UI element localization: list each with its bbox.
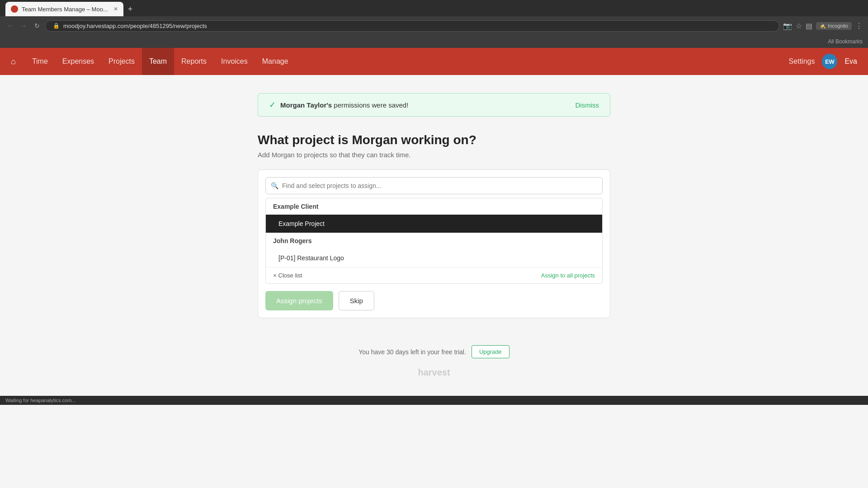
success-name: Morgan Taylor's	[280, 101, 332, 109]
tab-close-button[interactable]: ✕	[113, 6, 118, 12]
sidebar-icon[interactable]: ▤	[806, 22, 812, 30]
nav-right: Settings EW Eva	[789, 54, 857, 69]
reload-button[interactable]: ↻	[33, 20, 42, 31]
close-list-button[interactable]: × Close list	[273, 272, 302, 279]
browser-chrome: Team Members Manage – Moo... ✕ + ← → ↻ 🔒…	[0, 0, 868, 48]
app-nav: ⌂ Time Expenses Projects Team Reports In…	[0, 48, 868, 75]
project-card: 🔍 Example Client Example Project John Ro…	[258, 169, 610, 318]
nav-item-projects[interactable]: Projects	[101, 48, 142, 75]
browser-nav-bar: ← → ↻ 🔒 moodjoy.harvestapp.com/people/48…	[0, 16, 868, 35]
browser-nav-actions: 📷 ☆ ▤ 🕵 Incognito ⋮	[783, 22, 863, 30]
active-tab[interactable]: Team Members Manage – Moo... ✕	[5, 2, 123, 16]
list-footer: × Close list Assign to all projects	[266, 267, 602, 283]
new-tab-button[interactable]: +	[123, 2, 137, 16]
main-content: ✓ Morgan Taylor's permissions were saved…	[0, 75, 868, 396]
bookmarks-label: All Bookmarks	[828, 38, 863, 45]
dismiss-button[interactable]: Dismiss	[576, 101, 599, 109]
status-text: Waiting for heapanalytics.com...	[5, 398, 76, 403]
check-icon: ✓	[269, 100, 276, 110]
camera-icon[interactable]: 📷	[783, 22, 792, 30]
project-list: Example Client Example Project John Roge…	[265, 198, 603, 284]
nav-items: Time Expenses Projects Team Reports Invo…	[25, 48, 789, 75]
nav-item-manage[interactable]: Manage	[255, 48, 296, 75]
trial-bar: You have 30 days left in your free trial…	[359, 345, 509, 358]
assign-all-link[interactable]: Assign to all projects	[541, 272, 595, 279]
back-button[interactable]: ←	[5, 20, 16, 32]
project-search-input[interactable]	[265, 177, 603, 194]
client-group-example: Example Client	[266, 198, 602, 215]
upgrade-button[interactable]: Upgrade	[472, 345, 509, 358]
action-buttons: Assign projects Skip	[265, 291, 603, 310]
success-banner: ✓ Morgan Taylor's permissions were saved…	[258, 93, 610, 117]
url-text: moodjoy.harvestapp.com/people/4851295/ne…	[63, 23, 207, 29]
incognito-label: Incognito	[828, 23, 848, 28]
tab-favicon	[11, 5, 18, 13]
search-icon: 🔍	[271, 182, 278, 189]
close-list-label: Close list	[278, 272, 302, 279]
nav-item-reports[interactable]: Reports	[174, 48, 214, 75]
menu-icon[interactable]: ⋮	[855, 22, 863, 30]
project-item-restaurant-logo[interactable]: [P-01] Restaurant Logo	[266, 249, 602, 267]
page-subtitle: Add Morgan to projects so that they can …	[258, 151, 610, 159]
bookmark-icon[interactable]: ☆	[796, 22, 802, 30]
address-bar[interactable]: 🔒 moodjoy.harvestapp.com/people/4851295/…	[45, 20, 779, 32]
project-item-example-project[interactable]: Example Project	[266, 215, 602, 233]
nav-item-time[interactable]: Time	[25, 48, 55, 75]
search-wrapper: 🔍	[265, 177, 603, 194]
harvest-watermark: harvest	[418, 367, 450, 378]
bookmarks-bar: All Bookmarks	[0, 35, 868, 48]
assign-projects-button[interactable]: Assign projects	[265, 291, 333, 310]
user-name: Eva	[844, 57, 857, 66]
tab-title: Team Members Manage – Moo...	[22, 6, 108, 13]
status-bar: Waiting for heapanalytics.com...	[0, 396, 868, 405]
page-title-area: What project is Morgan working on? Add M…	[258, 133, 610, 159]
client-group-john: John Rogers	[266, 233, 602, 249]
incognito-icon: 🕵	[820, 23, 826, 29]
close-icon: ×	[273, 272, 277, 279]
nav-item-invoices[interactable]: Invoices	[214, 48, 255, 75]
page-title: What project is Morgan working on?	[258, 133, 610, 147]
trial-message: You have 30 days left in your free trial…	[359, 348, 466, 356]
home-icon[interactable]: ⌂	[11, 57, 16, 66]
tab-bar: Team Members Manage – Moo... ✕ +	[0, 0, 868, 16]
incognito-badge: 🕵 Incognito	[816, 22, 852, 30]
skip-button[interactable]: Skip	[339, 291, 374, 310]
avatar: EW	[822, 54, 837, 69]
nav-item-team[interactable]: Team	[142, 48, 174, 75]
settings-link[interactable]: Settings	[789, 57, 815, 66]
success-content: ✓ Morgan Taylor's permissions were saved…	[269, 100, 408, 110]
lock-icon: 🔒	[53, 23, 60, 29]
success-after: permissions were saved!	[332, 101, 408, 109]
forward-button[interactable]: →	[18, 20, 29, 32]
success-message: Morgan Taylor's permissions were saved!	[280, 101, 408, 109]
nav-item-expenses[interactable]: Expenses	[55, 48, 101, 75]
nav-arrows: ← →	[5, 20, 29, 32]
